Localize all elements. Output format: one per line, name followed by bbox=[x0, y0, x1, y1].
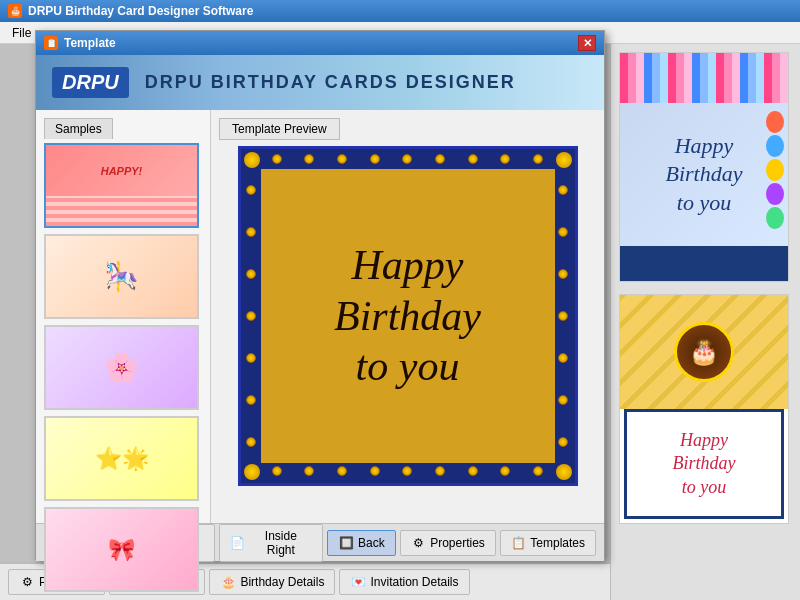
dots-left bbox=[246, 169, 258, 463]
dot-t4 bbox=[370, 154, 380, 164]
dot-t2 bbox=[304, 154, 314, 164]
thumbnail-card-2[interactable]: 🎂 Happy Birthday to you bbox=[619, 294, 789, 524]
inside-right-label: Inside Right bbox=[249, 529, 312, 557]
dot-b4 bbox=[370, 466, 380, 476]
sample-card-3[interactable]: 🌸 bbox=[44, 325, 199, 410]
thumbnail-card-1[interactable]: Happy Birthday to you bbox=[619, 52, 789, 282]
status-invitation-button[interactable]: 💌 Invitation Details bbox=[339, 569, 469, 595]
dot-r7 bbox=[558, 437, 568, 447]
dot-l4 bbox=[246, 311, 256, 321]
dialog-content: Samples HAPPY! 🎠 🌸 bbox=[36, 110, 604, 523]
properties-label: Properties bbox=[430, 536, 485, 550]
balloon-2 bbox=[766, 135, 784, 157]
dot-l6 bbox=[246, 395, 256, 405]
samples-panel: Samples HAPPY! 🎠 🌸 bbox=[36, 110, 211, 523]
sample-card-4-content: ⭐🌟 bbox=[46, 418, 197, 499]
sample-card-1-inner: HAPPY! bbox=[46, 145, 197, 226]
title-bar: 🎂 DRPU Birthday Card Designer Software bbox=[0, 0, 800, 22]
dot-b2 bbox=[304, 466, 314, 476]
templates-label: Templates bbox=[530, 536, 585, 550]
dot-t3 bbox=[337, 154, 347, 164]
dialog-titlebar: 📋 Template ✕ bbox=[36, 31, 604, 55]
samples-tab[interactable]: Samples bbox=[44, 118, 113, 139]
dot-b8 bbox=[500, 466, 510, 476]
templates-button[interactable]: 📋 Templates bbox=[500, 530, 596, 556]
drpu-logo: DRPU bbox=[52, 67, 129, 98]
dot-t6 bbox=[435, 154, 445, 164]
sample-card-1-top: HAPPY! bbox=[46, 145, 197, 196]
dot-r2 bbox=[558, 227, 568, 237]
balloon-5 bbox=[766, 207, 784, 229]
sample-card-2[interactable]: 🎠 bbox=[44, 234, 199, 319]
balloon-1 bbox=[766, 111, 784, 133]
right-panel: Happy Birthday to you 🎂 Happy Birthday t… bbox=[610, 44, 800, 600]
preview-label: Template Preview bbox=[219, 118, 340, 140]
templates-icon: 📋 bbox=[511, 535, 526, 551]
dot-l1 bbox=[246, 185, 256, 195]
dot-b6 bbox=[435, 466, 445, 476]
app-icon: 🎂 bbox=[8, 4, 22, 18]
sample-card-3-content: 🌸 bbox=[46, 327, 197, 408]
dot-r4 bbox=[558, 311, 568, 321]
app-header: DRPU DRPU Birthday Cards Designer bbox=[36, 55, 604, 110]
dot-b1 bbox=[272, 466, 282, 476]
card1-body: Happy Birthday to you bbox=[620, 103, 788, 246]
balloon-3 bbox=[766, 159, 784, 181]
balloon-area bbox=[766, 111, 784, 229]
dot-r6 bbox=[558, 395, 568, 405]
corner-tl bbox=[244, 152, 260, 168]
dot-t7 bbox=[468, 154, 478, 164]
dot-b3 bbox=[337, 466, 347, 476]
dot-l7 bbox=[246, 437, 256, 447]
card2-cake: 🎂 bbox=[674, 322, 734, 382]
sample-card-2-content: 🎠 bbox=[46, 236, 197, 317]
corner-bl bbox=[244, 464, 260, 480]
card1-banner bbox=[620, 53, 788, 103]
status-invitation-icon: 💌 bbox=[350, 574, 366, 590]
inside-right-button[interactable]: 📄 Inside Right bbox=[219, 524, 324, 562]
dot-l3 bbox=[246, 269, 256, 279]
sample-card-1-bottom bbox=[46, 196, 197, 226]
balloon-4 bbox=[766, 183, 784, 205]
window-title: DRPU Birthday Card Designer Software bbox=[28, 4, 253, 18]
dot-t1 bbox=[272, 154, 282, 164]
card1-footer bbox=[620, 246, 788, 281]
card-outer-border bbox=[241, 149, 575, 483]
dialog-icon: 📋 bbox=[44, 36, 58, 50]
sample-card-1[interactable]: HAPPY! bbox=[44, 143, 199, 228]
template-dialog: 📋 Template ✕ DRPU DRPU Birthday Cards De… bbox=[35, 30, 605, 560]
back-button[interactable]: 🔲 Back bbox=[327, 530, 395, 556]
status-birthday-button[interactable]: 🎂 Birthday Details bbox=[209, 569, 335, 595]
dot-r3 bbox=[558, 269, 568, 279]
dot-r5 bbox=[558, 353, 568, 363]
status-birthday-icon: 🎂 bbox=[220, 574, 236, 590]
dot-l5 bbox=[246, 353, 256, 363]
dots-top bbox=[261, 154, 555, 166]
sample-card-4[interactable]: ⭐🌟 bbox=[44, 416, 199, 501]
card-preview: HappyBirthdayto you bbox=[238, 146, 578, 486]
card1-text: Happy Birthday to you bbox=[666, 132, 743, 218]
card2-text: Happy Birthday to you bbox=[673, 429, 736, 499]
dot-t9 bbox=[533, 154, 543, 164]
dot-b5 bbox=[402, 466, 412, 476]
dot-r1 bbox=[558, 185, 568, 195]
dot-l2 bbox=[246, 227, 256, 237]
properties-icon: ⚙ bbox=[411, 535, 426, 551]
app-title: DRPU Birthday Cards Designer bbox=[145, 72, 516, 93]
card2-chevron: 🎂 bbox=[620, 295, 788, 409]
properties-button[interactable]: ⚙ Properties bbox=[400, 530, 496, 556]
card2-body: Happy Birthday to you bbox=[624, 409, 784, 519]
back-label: Back bbox=[358, 536, 385, 550]
dot-b7 bbox=[468, 466, 478, 476]
dialog-close-button[interactable]: ✕ bbox=[578, 35, 596, 51]
dot-b9 bbox=[533, 466, 543, 476]
dots-bottom bbox=[261, 466, 555, 478]
sample-card-5[interactable]: 🎀 bbox=[44, 507, 199, 592]
inside-right-icon: 📄 bbox=[230, 535, 246, 551]
dot-t5 bbox=[402, 154, 412, 164]
status-properties-icon: ⚙ bbox=[19, 574, 35, 590]
sample-card-5-content: 🎀 bbox=[46, 509, 197, 590]
corner-tr bbox=[556, 152, 572, 168]
back-icon: 🔲 bbox=[338, 535, 354, 551]
dots-right bbox=[558, 169, 570, 463]
